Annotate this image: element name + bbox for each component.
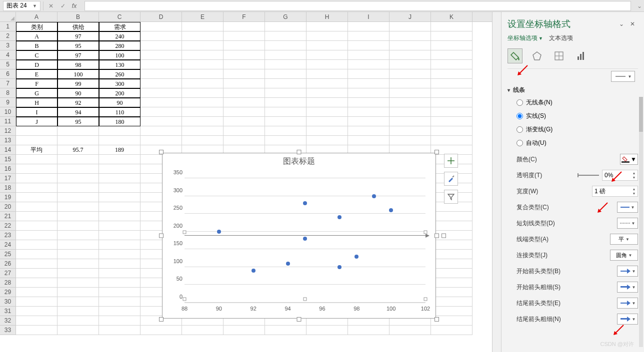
cell[interactable]: A — [16, 31, 58, 41]
cell[interactable] — [265, 50, 306, 60]
cell[interactable] — [16, 288, 58, 297]
cell[interactable] — [348, 107, 390, 117]
cell[interactable] — [182, 88, 224, 98]
effects-icon[interactable] — [530, 48, 544, 63]
cell[interactable] — [58, 202, 99, 212]
cell[interactable]: 110 — [99, 107, 140, 117]
cell[interactable] — [390, 326, 431, 335]
cell[interactable] — [224, 136, 265, 145]
row-header[interactable]: 4 — [0, 50, 16, 60]
cell[interactable] — [306, 126, 348, 136]
line-style-preview[interactable]: ▼ — [611, 71, 635, 82]
row-header[interactable]: 16 — [0, 164, 16, 174]
expand-formula-bar-icon[interactable]: ⌄ — [635, 2, 644, 9]
cell[interactable] — [16, 136, 58, 145]
column-header[interactable]: J — [390, 12, 431, 21]
cell[interactable] — [390, 107, 431, 117]
tab-axis-options[interactable]: 坐标轴选项▼ — [508, 34, 543, 42]
confirm-formula-button[interactable]: ✓ — [58, 1, 68, 10]
row-header[interactable]: 12 — [0, 126, 16, 136]
cell[interactable]: 100 — [58, 69, 99, 79]
cell[interactable] — [182, 136, 224, 145]
cell[interactable] — [265, 31, 306, 41]
cell[interactable]: 供给 — [58, 22, 99, 31]
row-header[interactable]: 26 — [0, 259, 16, 269]
cell[interactable] — [58, 316, 99, 326]
cell[interactable] — [58, 193, 99, 202]
plot-selection-handle[interactable] — [304, 298, 307, 301]
compound-type-dropdown[interactable]: ▼ — [617, 202, 638, 213]
row-header[interactable]: 2 — [0, 31, 16, 41]
cell[interactable] — [224, 117, 265, 126]
cell[interactable] — [306, 88, 348, 98]
column-header[interactable]: C — [99, 12, 140, 21]
row-header[interactable]: 11 — [0, 117, 16, 126]
cell[interactable]: 300 — [99, 79, 140, 88]
row-header[interactable]: 22 — [0, 221, 16, 231]
cell[interactable] — [348, 117, 390, 126]
cell[interactable] — [99, 297, 140, 307]
cell[interactable] — [58, 259, 99, 269]
cell[interactable] — [58, 174, 99, 183]
cell[interactable] — [16, 193, 58, 202]
cell[interactable]: 98 — [58, 60, 99, 69]
cell[interactable]: F — [16, 79, 58, 88]
cell[interactable] — [99, 221, 140, 231]
cell[interactable] — [140, 326, 182, 335]
chart-styles-button[interactable] — [444, 172, 458, 186]
cell[interactable] — [58, 126, 99, 136]
chart-frame[interactable]: 图表标题 05010015020025030035088909294969810… — [162, 153, 436, 319]
cell[interactable] — [390, 69, 431, 79]
cap-type-dropdown[interactable]: 平▼ — [610, 234, 638, 245]
row-header[interactable]: 14 — [0, 145, 16, 155]
column-header[interactable]: E — [182, 12, 224, 21]
cell[interactable] — [58, 221, 99, 231]
cell[interactable] — [348, 60, 390, 69]
cell[interactable]: 180 — [99, 117, 140, 126]
column-header[interactable]: G — [265, 12, 306, 21]
radio-no-line[interactable]: 无线条(N) — [516, 98, 638, 107]
cell[interactable] — [140, 31, 182, 41]
plot-selection-handle[interactable] — [183, 298, 186, 301]
cell[interactable] — [58, 288, 99, 297]
column-header[interactable]: B — [58, 12, 99, 21]
data-point[interactable] — [372, 194, 376, 198]
cell[interactable] — [431, 22, 472, 31]
cell[interactable] — [16, 174, 58, 183]
cell[interactable] — [431, 69, 472, 79]
row-header[interactable]: 23 — [0, 231, 16, 240]
data-point[interactable] — [303, 201, 307, 205]
panel-options-icon[interactable]: ⌄ — [616, 20, 627, 27]
cell[interactable]: I — [16, 107, 58, 117]
cell[interactable] — [224, 22, 265, 31]
cell[interactable] — [306, 50, 348, 60]
cell[interactable] — [390, 31, 431, 41]
row-header[interactable]: 1 — [0, 22, 16, 31]
cell[interactable] — [140, 107, 182, 117]
cell[interactable]: 99 — [58, 79, 99, 88]
resize-handle[interactable] — [159, 150, 164, 154]
cell[interactable] — [431, 326, 472, 335]
row-header[interactable]: 31 — [0, 307, 16, 316]
cell[interactable] — [390, 126, 431, 136]
cell[interactable] — [348, 41, 390, 50]
cell[interactable] — [99, 202, 140, 212]
cell[interactable]: E — [16, 69, 58, 79]
cell[interactable] — [16, 164, 58, 174]
cell[interactable] — [306, 117, 348, 126]
cell[interactable] — [58, 240, 99, 250]
data-point[interactable] — [338, 265, 342, 269]
begin-arrow-type-dropdown[interactable]: ▼ — [617, 266, 638, 277]
cell[interactable] — [16, 307, 58, 316]
vertical-scrollbar[interactable] — [492, 12, 501, 352]
cell[interactable] — [16, 278, 58, 288]
cell[interactable] — [182, 117, 224, 126]
cell[interactable] — [16, 240, 58, 250]
cell[interactable] — [58, 155, 99, 164]
cell[interactable] — [224, 69, 265, 79]
cell[interactable] — [431, 41, 472, 50]
resize-handle[interactable] — [434, 234, 439, 238]
row-header[interactable]: 30 — [0, 297, 16, 307]
cell[interactable] — [99, 326, 140, 335]
cell[interactable] — [265, 117, 306, 126]
